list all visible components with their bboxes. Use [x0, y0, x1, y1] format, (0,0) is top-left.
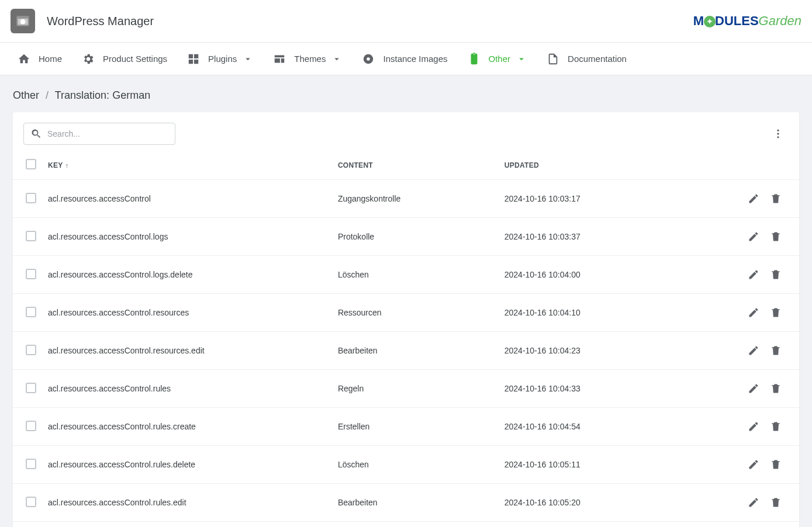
select-all-checkbox[interactable]	[26, 159, 36, 169]
cell-key: acl.resources.accessControl.rules	[42, 370, 332, 408]
column-updated[interactable]: UPDATED	[499, 151, 692, 180]
cell-actions	[692, 522, 799, 528]
breadcrumb-current: Translation: German	[55, 89, 150, 101]
delete-button[interactable]	[766, 379, 785, 398]
row-checkbox[interactable]	[26, 345, 36, 355]
cell-updated: 2024-10-16 10:04:10	[499, 294, 692, 332]
cell-actions	[692, 294, 799, 332]
delete-button[interactable]	[766, 493, 785, 512]
globe-icon: ✦	[704, 16, 716, 27]
table-row: acl.resources.accessControl.resourcesRes…	[13, 294, 799, 332]
svg-point-5	[777, 130, 779, 131]
cell-content: Bearbeiten	[332, 332, 499, 370]
search-input[interactable]	[23, 123, 175, 145]
chevron-down-icon	[331, 54, 342, 64]
cell-key: acl.resources.accessControl.rules.delete	[42, 446, 332, 484]
app-title: WordPress Manager	[47, 15, 154, 28]
brand-logo: M✦DULESGarden	[693, 13, 801, 29]
cell-content: Benutzerdefinierte Plugins	[332, 522, 499, 528]
card-toolbar	[13, 123, 799, 151]
delete-button[interactable]	[766, 265, 785, 284]
trash-icon	[770, 269, 782, 280]
table-row: acl.resources.accessControlZugangskontro…	[13, 180, 799, 218]
cell-content: Erstellen	[332, 408, 499, 446]
cell-actions	[692, 218, 799, 256]
trash-icon	[770, 307, 782, 318]
cell-key: acl.resources.accessControl.rules.create	[42, 408, 332, 446]
cell-key: acl.resources.accessControl.logs	[42, 218, 332, 256]
edit-button[interactable]	[744, 189, 763, 208]
delete-button[interactable]	[766, 417, 785, 436]
table-row: acl.resources.accessControl.logsProtokol…	[13, 218, 799, 256]
top-header: WordPress Manager M✦DULESGarden	[0, 0, 812, 43]
widgets-icon	[187, 53, 200, 65]
row-checkbox[interactable]	[26, 497, 36, 507]
edit-button[interactable]	[744, 493, 763, 512]
search-wrap	[23, 123, 175, 145]
delete-button[interactable]	[766, 303, 785, 322]
row-checkbox[interactable]	[26, 193, 36, 203]
pencil-icon	[748, 383, 759, 394]
row-checkbox[interactable]	[26, 269, 36, 279]
cell-content: Regeln	[332, 370, 499, 408]
web-icon	[273, 53, 286, 65]
cell-key: acl.resources.accessControl	[42, 180, 332, 218]
pencil-icon	[748, 459, 759, 470]
nav-plugins[interactable]: Plugins	[178, 43, 262, 75]
row-checkbox[interactable]	[26, 459, 36, 469]
delete-button[interactable]	[766, 227, 785, 246]
cell-key: acl.resources.accessControl.rules.edit	[42, 484, 332, 522]
breadcrumb-separator: /	[46, 89, 49, 101]
nav-themes[interactable]: Themes	[264, 43, 351, 75]
table-row: acl.resources.accessControl.rules.delete…	[13, 446, 799, 484]
chevron-down-icon	[516, 54, 527, 64]
column-checkbox	[13, 151, 42, 180]
edit-button[interactable]	[744, 227, 763, 246]
cell-content: Löschen	[332, 446, 499, 484]
nav-home[interactable]: Home	[8, 43, 71, 75]
row-checkbox[interactable]	[26, 421, 36, 431]
edit-button[interactable]	[744, 265, 763, 284]
edit-button[interactable]	[744, 455, 763, 474]
sort-asc-icon: ↑	[65, 162, 69, 169]
cell-updated: 2024-10-16 10:05:20	[499, 484, 692, 522]
search-icon	[30, 128, 42, 140]
nav-product-settings[interactable]: Product Settings	[72, 43, 177, 75]
cell-key: acl.resources.accessControl.resources	[42, 294, 332, 332]
cell-content: Bearbeiten	[332, 484, 499, 522]
edit-button[interactable]	[744, 303, 763, 322]
svg-point-2	[20, 19, 26, 25]
cell-actions	[692, 484, 799, 522]
table-row: acl.resources.accessControl.resources.ed…	[13, 332, 799, 370]
delete-button[interactable]	[766, 341, 785, 360]
edit-button[interactable]	[744, 341, 763, 360]
nav-other[interactable]: Other	[458, 43, 537, 75]
cell-actions	[692, 370, 799, 408]
delete-button[interactable]	[766, 189, 785, 208]
delete-button[interactable]	[766, 455, 785, 474]
breadcrumb-root[interactable]: Other	[13, 89, 39, 101]
cell-content: Zugangskontrolle	[332, 180, 499, 218]
pencil-icon	[748, 231, 759, 242]
column-key[interactable]: KEY↑	[42, 151, 332, 180]
row-checkbox[interactable]	[26, 307, 36, 317]
column-actions	[692, 151, 799, 180]
row-checkbox[interactable]	[26, 231, 36, 241]
clipboard-icon	[468, 53, 481, 65]
more-menu-button[interactable]	[768, 123, 789, 144]
pencil-icon	[748, 307, 759, 318]
cell-content: Protokolle	[332, 218, 499, 256]
row-checkbox[interactable]	[26, 383, 36, 393]
edit-button[interactable]	[744, 417, 763, 436]
cell-actions	[692, 408, 799, 446]
nav-documentation[interactable]: Documentation	[537, 43, 636, 75]
translations-table: KEY↑ CONTENT UPDATED acl.resources.acces…	[13, 151, 799, 527]
cell-updated: 2024-10-16 10:05:11	[499, 446, 692, 484]
home-icon	[18, 53, 30, 65]
nav-instance-images[interactable]: Instance Images	[353, 43, 457, 75]
cell-updated: 2024-10-16 10:03:17	[499, 180, 692, 218]
cell-content: Löschen	[332, 256, 499, 294]
column-content[interactable]: CONTENT	[332, 151, 499, 180]
edit-button[interactable]	[744, 379, 763, 398]
trash-icon	[770, 383, 782, 394]
